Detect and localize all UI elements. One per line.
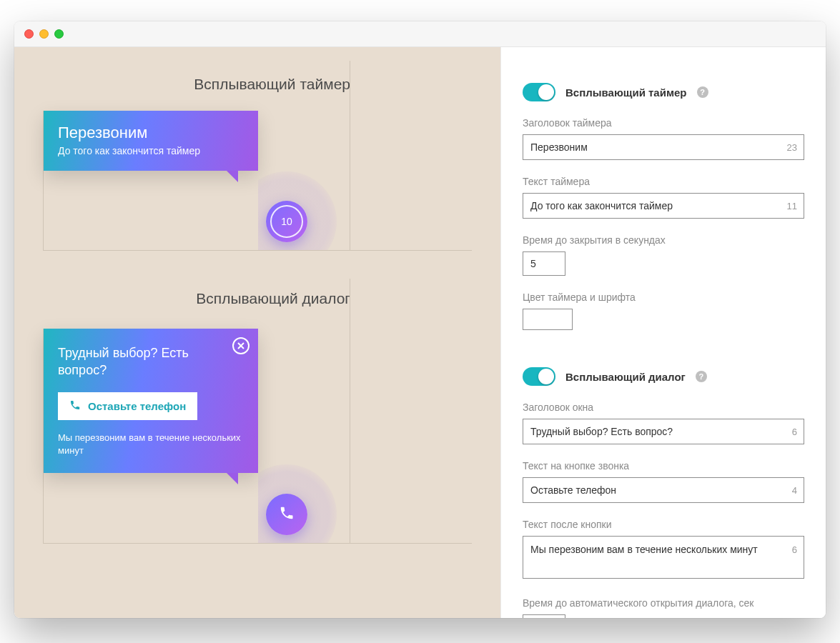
dialog-title-input[interactable] (523, 419, 804, 444)
dialog-after-label: Текст после кнопки (523, 519, 804, 530)
dialog-section-header: Всплывающий диалог ? (523, 367, 804, 386)
app-window: Всплывающий таймер Перезвоним До того ка… (14, 21, 826, 618)
call-fab-button[interactable] (266, 494, 307, 535)
timer-title-input[interactable] (523, 134, 804, 160)
dialog-auto-label: Время до автоматического открытия диалог… (523, 597, 804, 609)
timer-section-header: Всплывающий таймер ? (523, 83, 804, 101)
phone-icon (279, 505, 295, 524)
char-counter: 6 (792, 427, 797, 437)
char-counter: 6 (792, 544, 797, 555)
preview-panel: Всплывающий таймер Перезвоним До того ка… (14, 47, 500, 618)
preview-dialog-stage: Трудный выбор? Есть вопрос? Оставьте тел… (43, 329, 472, 544)
preview-timer-stage: Перезвоним До того как закончится таймер… (43, 111, 472, 251)
content: Всплывающий таймер Перезвоним До того ка… (14, 47, 826, 618)
window-maximize-icon[interactable] (54, 29, 64, 39)
timer-seconds-input[interactable] (523, 251, 565, 276)
dialog-toggle[interactable] (523, 367, 555, 386)
timer-toggle-label: Всплывающий таймер (565, 86, 687, 99)
dialog-button-input[interactable] (523, 477, 804, 503)
window-close-icon[interactable] (24, 29, 34, 39)
dialog-after-input[interactable] (523, 536, 804, 579)
timer-color-input[interactable] (523, 309, 573, 330)
dialog-popup-subtext: Мы перезвоним вам в течение нескольких м… (58, 432, 244, 457)
help-icon[interactable]: ? (697, 86, 708, 98)
char-counter: 4 (792, 485, 797, 496)
phone-icon (69, 399, 81, 413)
titlebar (14, 21, 826, 47)
timer-color-label: Цвет таймера и шрифта (523, 291, 804, 303)
char-counter: 23 (787, 142, 797, 153)
timer-countdown-badge[interactable]: 10 (266, 201, 307, 242)
timer-bubble: 10 (258, 139, 351, 250)
dialog-auto-input[interactable] (523, 614, 565, 618)
settings-panel: Всплывающий таймер ? Заголовок таймера 2… (500, 47, 826, 618)
timer-popup-subtitle: До того как закончится таймер (58, 145, 244, 156)
timer-text-label: Текст таймера (523, 176, 804, 187)
preview-dialog-heading: Всплывающий диалог (43, 290, 472, 307)
dialog-button-label: Текст на кнопке звонка (523, 460, 804, 472)
timer-popup-title: Перезвоним (58, 124, 244, 142)
preview-timer-heading: Всплывающий таймер (43, 76, 472, 93)
char-counter: 11 (787, 201, 797, 211)
window-minimize-icon[interactable] (39, 29, 49, 39)
dialog-title-label: Заголовок окна (523, 402, 804, 413)
leave-phone-button[interactable]: Оставьте телефон (58, 392, 197, 420)
help-icon[interactable]: ? (696, 371, 707, 382)
timer-seconds-label: Время до закрытия в секундах (523, 234, 804, 246)
close-icon[interactable] (232, 337, 249, 354)
timer-popup-preview: Перезвоним До того как закончится таймер (44, 111, 258, 171)
leave-phone-button-label: Оставьте телефон (88, 400, 186, 412)
dialog-bubble (258, 422, 351, 543)
dialog-popup-title: Трудный выбор? Есть вопрос? (58, 344, 244, 379)
timer-text-input[interactable] (523, 193, 804, 219)
dialog-popup-preview: Трудный выбор? Есть вопрос? Оставьте тел… (44, 329, 258, 473)
dialog-toggle-label: Всплывающий диалог (565, 371, 686, 383)
timer-toggle[interactable] (523, 83, 555, 101)
timer-title-label: Заголовок таймера (523, 117, 804, 129)
